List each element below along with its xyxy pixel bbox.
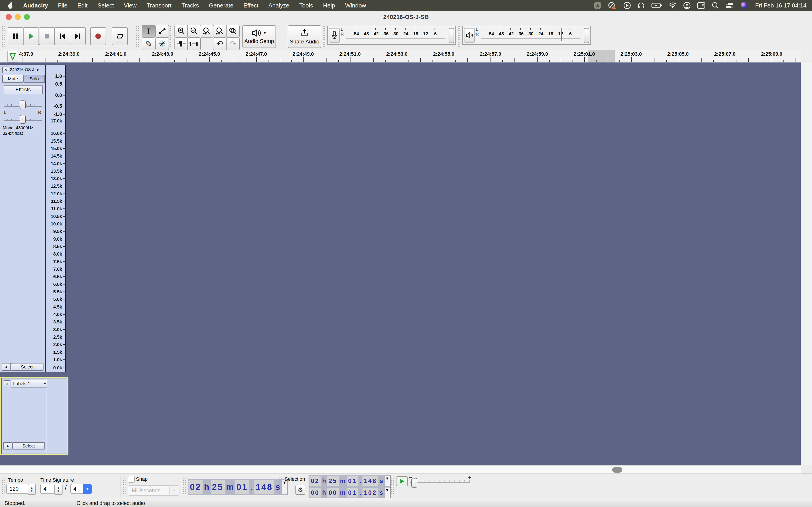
close-track-button[interactable]: ✕	[2, 66, 9, 73]
menu-edit[interactable]: Edit	[72, 0, 93, 11]
skip-to-end-button[interactable]	[70, 27, 86, 45]
play-speed-slider[interactable]: −+	[410, 476, 470, 487]
selection-length-field[interactable]: 00h00m01.102s▼	[309, 487, 391, 499]
menu-tools[interactable]: Tools	[294, 0, 318, 11]
zoom-toggle-button[interactable]	[226, 25, 240, 38]
user-icon[interactable]	[683, 0, 691, 11]
multi-tool[interactable]: ✳	[155, 38, 169, 50]
time-digits[interactable]: 00	[309, 488, 321, 498]
track-name-menu[interactable]: 240216-OS-J-▼	[10, 67, 40, 72]
time-digits[interactable]: 02	[189, 480, 203, 494]
fit-project-button[interactable]	[213, 25, 226, 38]
vpn-warning-icon[interactable]	[608, 0, 617, 11]
track-select-button[interactable]: Select	[12, 442, 45, 450]
time-digits[interactable]: 148	[254, 480, 274, 494]
pan-slider[interactable]	[4, 114, 42, 123]
audio-track-vertical-ruler[interactable]: 1.00.50.0-0.5-1.0 17.0k16.0k15.5k15.0k14…	[46, 65, 66, 372]
time-digits[interactable]: 01	[347, 476, 358, 486]
recording-meter[interactable]: LR -54-48-42-36-30-24-18-12-6	[327, 26, 456, 45]
apple-icon[interactable]	[0, 2, 18, 9]
play-at-speed-grip[interactable]	[391, 477, 394, 495]
record-button[interactable]	[90, 27, 106, 45]
time-digits[interactable]: 02	[309, 476, 321, 486]
silence-audio-button[interactable]	[187, 38, 201, 50]
time-toolbar-grip[interactable]	[2, 477, 5, 495]
headphones-icon[interactable]	[637, 0, 645, 11]
labels-track-name-menu[interactable]: Labels 1▼	[11, 380, 49, 388]
zoom-to-selection-button[interactable]	[200, 25, 213, 38]
selection-tool[interactable]: I	[142, 25, 155, 38]
pause-button[interactable]	[8, 27, 23, 45]
track-area[interactable]: ✕ 240216-OS-J-▼ Mute Solo Effects - + L …	[0, 62, 801, 465]
trim-audio-button[interactable]	[174, 38, 188, 50]
snap-toolbar-grip[interactable]	[123, 477, 126, 495]
selection-start-field[interactable]: 02h25m01.148s▼	[309, 475, 391, 487]
time-digits[interactable]: 148	[362, 476, 378, 486]
time-digits[interactable]: 01	[235, 480, 249, 494]
playback-meter-grip[interactable]	[458, 26, 461, 47]
menu-generate[interactable]: Generate	[204, 0, 238, 11]
pan-slider-thumb[interactable]	[20, 115, 26, 124]
wifi-icon[interactable]	[669, 0, 677, 11]
menu-transport[interactable]: Transport	[142, 0, 176, 11]
time-digits[interactable]: 01	[347, 488, 358, 498]
snap-mode-select[interactable]: Milliseconds	[128, 485, 172, 496]
play-speed-thumb[interactable]	[411, 478, 417, 488]
menu-view[interactable]: View	[119, 0, 142, 11]
transport-toolbar-grip[interactable]	[2, 26, 5, 47]
draw-tool[interactable]: ✎	[142, 38, 155, 50]
playback-meter-handle[interactable]	[583, 28, 589, 43]
mute-button[interactable]: Mute	[2, 75, 23, 83]
tempo-stepper[interactable]: ▲▼	[28, 484, 36, 495]
siri-icon[interactable]	[740, 0, 748, 11]
menu-window[interactable]: Window	[340, 0, 371, 11]
redo-button[interactable]: ↷	[226, 38, 240, 50]
menu-tracks[interactable]: Tracks	[176, 0, 204, 11]
box-app-icon[interactable]	[594, 0, 602, 11]
effects-button[interactable]: Effects	[4, 85, 43, 94]
menu-audacity[interactable]: Audacity	[18, 0, 53, 11]
play-button[interactable]	[23, 27, 39, 45]
tempo-input[interactable]: 120	[6, 484, 30, 494]
selection-settings-gear-icon[interactable]: ⚙	[295, 485, 305, 495]
edit-toolbar-grip[interactable]	[168, 26, 172, 47]
skip-to-start-button[interactable]	[54, 27, 70, 45]
menu-help[interactable]: Help	[318, 0, 340, 11]
timeline-ruler[interactable]: 4:37.02:24:39.02:24:41.02:24:43.02:24:45…	[0, 50, 801, 63]
collapse-track-button[interactable]: ▲	[2, 363, 11, 371]
stop-button[interactable]	[39, 27, 55, 45]
audio-position-field[interactable]: 02h25m01.148s▼	[188, 479, 288, 495]
spotlight-icon[interactable]	[712, 0, 719, 11]
collapse-track-button[interactable]: ▲	[3, 442, 12, 450]
vertical-scrollbar[interactable]	[801, 62, 812, 465]
track-select-button[interactable]: Select	[11, 363, 44, 371]
selection-toolbar-grip[interactable]	[279, 477, 282, 495]
loop-button[interactable]	[112, 27, 128, 45]
recording-meter-grip[interactable]	[323, 26, 326, 47]
input-source-icon[interactable]	[697, 0, 705, 11]
horizontal-scrollbar[interactable]	[0, 465, 801, 474]
solo-button[interactable]: Solo	[23, 75, 45, 83]
time-digits[interactable]: 00	[327, 488, 339, 498]
time-signature-lower-dropdown[interactable]: ▼	[83, 484, 92, 494]
audio-setup-button[interactable]: ▼ Audio Setup	[242, 25, 276, 48]
tools-toolbar-grip[interactable]	[136, 26, 139, 47]
control-center-icon[interactable]	[725, 0, 734, 11]
recording-meter-handle[interactable]	[449, 28, 454, 43]
time-digits[interactable]: 25	[327, 476, 339, 486]
play-circle-icon[interactable]	[623, 0, 631, 11]
gain-slider[interactable]	[4, 99, 42, 108]
quick-play-pin[interactable]	[7, 51, 18, 62]
zoom-out-button[interactable]	[187, 25, 201, 38]
menu-file[interactable]: File	[53, 0, 72, 11]
menu-effect[interactable]: Effect	[238, 0, 263, 11]
envelope-tool[interactable]	[155, 25, 169, 38]
title-bar[interactable]: 240216-OS-J-SB	[0, 11, 812, 23]
snap-mode-dropdown[interactable]: ˅	[169, 485, 180, 496]
snap-checkbox[interactable]	[128, 476, 135, 483]
time-signature-upper-stepper[interactable]: ▲▼	[54, 484, 62, 495]
menu-clock[interactable]: Fri Feb 16 17:04:14	[755, 2, 807, 9]
close-track-button[interactable]: ✕	[4, 380, 10, 387]
play-at-speed-button[interactable]	[396, 476, 408, 486]
share-audio-button[interactable]: Share Audio	[288, 25, 321, 48]
